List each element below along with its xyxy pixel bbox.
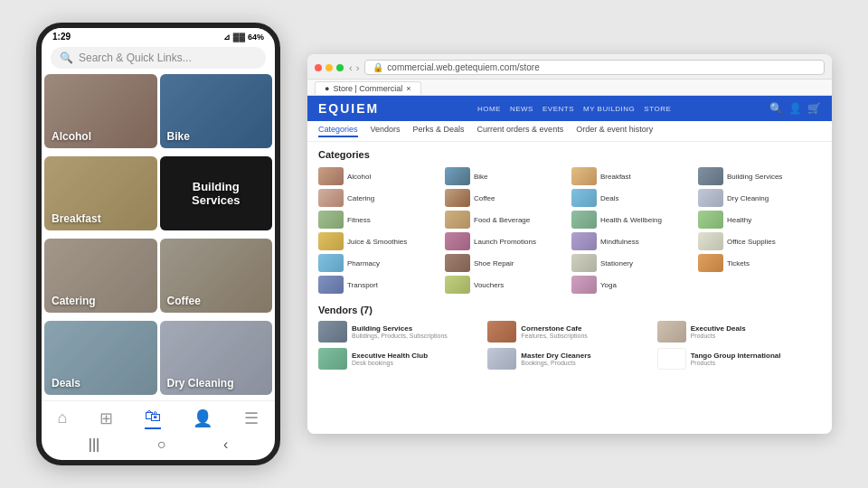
grid-item-drycleaning[interactable]: Dry Cleaning — [160, 321, 273, 395]
cat-item-health-&-wellbeing[interactable]: Health & Wellbeing — [571, 211, 694, 229]
grid-item-label-bike: Bike — [160, 125, 197, 148]
equiem-navbar: EQUIEM HOMENEWSEVENTSMY BUILDINGSTORE 🔍 … — [307, 96, 832, 121]
url-text: commercial.web.getequiem.com/store — [387, 62, 539, 72]
cat-item-tickets[interactable]: Tickets — [698, 254, 821, 272]
nav-icon-home[interactable]: ⌂ — [58, 408, 68, 427]
nav-link-events[interactable]: EVENTS — [542, 105, 574, 113]
forward-button[interactable]: › — [356, 62, 360, 73]
back-button[interactable]: ‹ — [349, 62, 353, 73]
grid-item-label-breakfast: Breakfast — [44, 207, 108, 230]
cat-thumb-coffee — [445, 189, 470, 207]
vendor-item-executive-deals[interactable]: Executive DealsProducts — [657, 321, 821, 343]
cat-item-fitness[interactable]: Fitness — [318, 211, 441, 229]
cat-item-pharmacy[interactable]: Pharmacy — [318, 254, 441, 272]
account-icon[interactable]: 👤 — [788, 102, 802, 115]
cat-label: Pharmacy — [347, 259, 380, 267]
cat-item-healthy[interactable]: Healthy — [698, 211, 821, 229]
minimize-button-dot[interactable] — [326, 64, 333, 71]
cat-item-juice-&-smoothies[interactable]: Juice & Smoothies — [318, 232, 441, 250]
search-nav-icon[interactable]: 🔍 — [769, 102, 783, 115]
grid-item-coffee[interactable]: Coffee — [160, 239, 273, 313]
cat-item-alcohol[interactable]: Alcohol — [318, 167, 441, 185]
vendor-item-tango-group-international[interactable]: Tango Group InternationalProducts — [657, 348, 821, 370]
sub-navbar: CategoriesVendorsPerks & DealsCurrent or… — [307, 121, 832, 142]
cat-label: Alcohol — [347, 173, 371, 181]
browser-tab-active[interactable]: ● Store | Commercial × — [315, 81, 421, 95]
cat-label: Fitness — [347, 216, 371, 224]
sub-nav-item-0[interactable]: Categories — [318, 125, 358, 137]
phone: 1:29 ⊿ ▓▓ 64% 🔍 Search & Quick Links... … — [36, 23, 280, 465]
vendor-info: Building ServicesBuildings, Products, Su… — [352, 324, 448, 339]
cat-item-transport[interactable]: Transport — [318, 276, 441, 294]
nav-link-news[interactable]: NEWS — [510, 105, 533, 113]
cat-item-stationery[interactable]: Stationery — [571, 254, 694, 272]
phone-bottom-nav: ⌂⊞🛍👤☰ — [42, 400, 275, 431]
nav-link-my-building[interactable]: MY BUILDING — [583, 105, 635, 113]
grid-item-catering[interactable]: Catering — [44, 239, 157, 313]
nav-icon-store[interactable]: 🛍 — [145, 407, 161, 429]
maximize-button-dot[interactable] — [336, 64, 344, 71]
cat-item-breakfast[interactable]: Breakfast — [571, 167, 694, 185]
cat-thumb-stationery — [571, 254, 597, 272]
equiem-nav-links: HOMENEWSEVENTSMY BUILDINGSTORE — [393, 105, 755, 113]
sub-nav-item-4[interactable]: Order & event history — [576, 125, 653, 137]
browser-address-bar[interactable]: 🔒 commercial.web.getequiem.com/store — [364, 60, 825, 75]
tab-close-icon[interactable]: × — [406, 84, 410, 93]
grid-item-building[interactable]: Building Services — [160, 156, 273, 230]
vendor-info: Tango Group InternationalProducts — [691, 352, 781, 366]
nav-icon-more[interactable]: ☰ — [244, 408, 259, 428]
grid-item-label-building: Building Services — [160, 180, 273, 207]
cat-thumb-shoe-repair — [445, 254, 470, 272]
cat-item-vouchers[interactable]: Vouchers — [445, 276, 568, 294]
sub-nav-item-1[interactable]: Vendors — [371, 125, 401, 137]
grid-item-label-alcohol: Alcohol — [44, 125, 99, 148]
browser-tab-bar: ● Store | Commercial × — [307, 80, 832, 96]
cat-thumb-mindfulness — [571, 232, 597, 250]
cat-label: Juice & Smoothies — [347, 238, 407, 246]
sub-nav-item-3[interactable]: Current orders & events — [477, 125, 564, 137]
cat-label: Stationery — [600, 259, 633, 267]
browser-content: Categories AlcoholBikeBreakfastBuilding … — [307, 142, 832, 434]
cat-label: Health & Wellbeing — [600, 216, 662, 224]
close-button-dot[interactable] — [315, 64, 322, 71]
cat-item-coffee[interactable]: Coffee — [445, 189, 568, 207]
cat-item-food-&-beverage[interactable]: Food & Beverage — [445, 211, 568, 229]
vendor-thumb — [318, 321, 347, 343]
cat-item-mindfulness[interactable]: Mindfulness — [571, 232, 694, 250]
nav-link-store[interactable]: STORE — [644, 105, 671, 113]
nav-icon-grid[interactable]: ⊞ — [99, 408, 113, 428]
cat-item-launch-promotions[interactable]: Launch Promotions — [445, 232, 568, 250]
vendors-section-title: Vendors (7) — [318, 305, 821, 315]
vendor-item-cornerstone-cafe[interactable]: Cornerstone CafeFeatures, Subscriptions — [487, 321, 651, 343]
nav-link-home[interactable]: HOME — [477, 105, 501, 113]
phone-status-icons: ⊿ ▓▓ 64% — [223, 33, 264, 42]
lock-icon: 🔒 — [373, 62, 383, 72]
cat-item-catering[interactable]: Catering — [318, 189, 441, 207]
categories-section-title: Categories — [318, 149, 821, 160]
phone-time: 1:29 — [52, 32, 71, 42]
phone-search-bar[interactable]: 🔍 Search & Quick Links... — [51, 47, 266, 69]
cat-item-bike[interactable]: Bike — [445, 167, 568, 185]
cat-item-deals[interactable]: Deals — [571, 189, 694, 207]
cat-thumb-fitness — [318, 211, 344, 229]
cat-item-shoe-repair[interactable]: Shoe Repair — [445, 254, 568, 272]
cat-thumb-yoga — [571, 276, 597, 294]
cat-item-office-supplies[interactable]: Office Supplies — [698, 232, 821, 250]
cart-icon[interactable]: 🛒 — [807, 102, 821, 115]
cat-item-yoga[interactable]: Yoga — [571, 276, 694, 294]
grid-item-alcohol[interactable]: Alcohol — [44, 74, 157, 148]
vendor-item-executive-health-club[interactable]: Executive Health ClubDesk bookings — [318, 348, 482, 370]
grid-item-breakfast[interactable]: Breakfast — [44, 156, 157, 230]
vendor-item-master-dry-cleaners[interactable]: Master Dry CleanersBookings, Products — [487, 348, 651, 370]
cat-item-building-services[interactable]: Building Services — [698, 167, 821, 185]
cat-item-dry-cleaning[interactable]: Dry Cleaning — [698, 189, 821, 207]
sub-nav-item-2[interactable]: Perks & Deals — [413, 125, 465, 137]
cat-label: Launch Promotions — [474, 238, 536, 246]
grid-item-deals[interactable]: Deals — [44, 321, 157, 395]
cat-thumb-pharmacy — [318, 254, 344, 272]
cat-label: Bike — [474, 173, 488, 181]
grid-item-bike[interactable]: Bike — [160, 74, 273, 148]
cat-label: Office Supplies — [727, 238, 776, 246]
vendor-item-building-services[interactable]: Building ServicesBuildings, Products, Su… — [318, 321, 482, 343]
nav-icon-user[interactable]: 👤 — [193, 408, 212, 428]
